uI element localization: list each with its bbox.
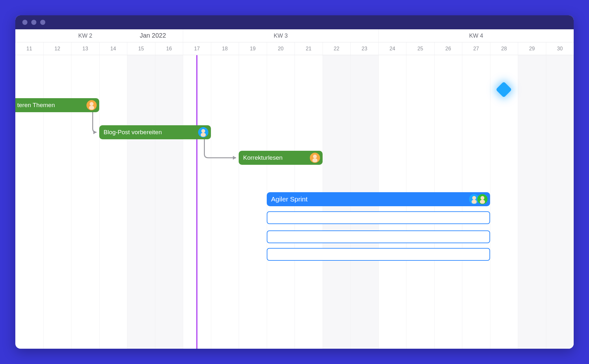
day-cell[interactable]: 14 [99, 42, 127, 55]
subtask-bar[interactable] [267, 248, 490, 261]
svg-point-0 [90, 102, 93, 106]
day-cell[interactable]: 25 [406, 42, 434, 55]
avatar[interactable] [477, 194, 488, 204]
task-label: Agiler Sprint [271, 195, 308, 203]
day-cell[interactable]: 12 [43, 42, 71, 55]
task-bar[interactable]: Korrekturlesen [239, 151, 323, 165]
svg-rect-5 [312, 158, 317, 162]
week-label: KW 4 [378, 29, 574, 42]
window-titlebar [15, 15, 574, 29]
day-cell[interactable]: 29 [518, 42, 546, 55]
subtask-bar[interactable] [267, 230, 490, 243]
subtask-bar[interactable] [267, 211, 490, 224]
weeks-row: Jan 2022 KW 2KW 3KW 4 [15, 29, 574, 42]
avatar[interactable] [86, 100, 97, 110]
timeline-header: Jan 2022 KW 2KW 3KW 4 111213141516171819… [15, 29, 574, 55]
week-label: KW 3 [183, 29, 378, 42]
day-cell[interactable]: 13 [71, 42, 99, 55]
today-indicator-line: 17 [196, 55, 197, 349]
days-row: 1112131415161718192021222324252627282930 [15, 42, 574, 55]
window-maximize-dot[interactable] [40, 20, 45, 25]
window-close-dot[interactable] [22, 20, 27, 25]
svg-rect-7 [472, 200, 477, 204]
day-cell[interactable]: 20 [267, 42, 295, 55]
day-cell[interactable]: 27 [462, 42, 490, 55]
timeline-body[interactable]: 17 teren ThemenBlog-Post vorbereitenKorr… [15, 55, 574, 349]
day-cell[interactable]: 28 [490, 42, 518, 55]
day-cell[interactable]: 22 [323, 42, 351, 55]
week-label: KW 2 [15, 29, 155, 42]
day-cell[interactable]: 26 [434, 42, 462, 55]
task-label: Blog-Post vorbereiten [104, 129, 162, 136]
day-cell[interactable]: 15 [127, 42, 155, 55]
month-label: Jan 2022 [140, 32, 166, 39]
window-minimize-dot[interactable] [31, 20, 36, 25]
day-cell[interactable]: 11 [15, 42, 43, 55]
app-window: Jan 2022 KW 2KW 3KW 4 111213141516171819… [15, 15, 574, 349]
avatar[interactable] [310, 153, 320, 163]
svg-point-8 [481, 196, 484, 200]
svg-point-6 [472, 196, 476, 200]
task-label: Korrekturlesen [243, 154, 283, 161]
day-cell[interactable]: 24 [378, 42, 406, 55]
svg-point-2 [201, 129, 205, 133]
day-cell[interactable]: 18 [211, 42, 239, 55]
avatar[interactable] [198, 127, 208, 137]
task-bar[interactable]: Agiler Sprint [267, 192, 490, 206]
day-cell[interactable]: 19 [239, 42, 267, 55]
day-cell[interactable]: 30 [546, 42, 574, 55]
day-cell[interactable]: 23 [350, 42, 378, 55]
day-cell[interactable]: 21 [294, 42, 323, 55]
day-cell[interactable]: 17 [183, 42, 211, 55]
svg-rect-1 [89, 106, 94, 110]
task-bar[interactable]: Blog-Post vorbereiten [99, 125, 211, 139]
day-cell[interactable]: 16 [155, 42, 183, 55]
task-label: teren Themen [17, 102, 55, 109]
task-bar[interactable]: teren Themen [15, 98, 99, 112]
svg-rect-3 [201, 133, 206, 137]
svg-point-4 [313, 155, 317, 158]
svg-rect-9 [480, 200, 485, 204]
